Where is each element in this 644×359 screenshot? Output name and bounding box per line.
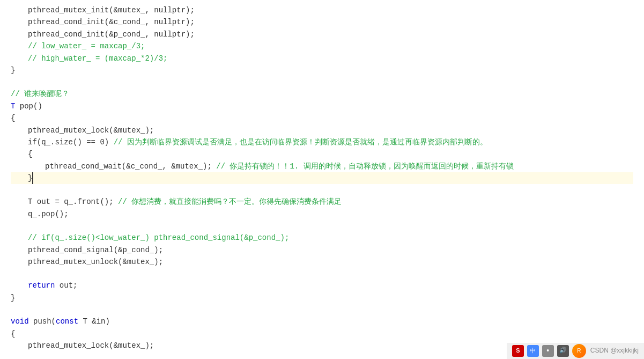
- code-line: if(q_.size() == 0) // 因为判断临界资源调试是否满足，也是在…: [11, 136, 633, 148]
- bottom-bar: S 中 • 🔊 R CSDN @xxjkkijkj: [507, 343, 644, 359]
- code-line: pthread_cond_signal(&p_cond_);: [11, 244, 633, 256]
- code-line: // 谁来唤醒呢？: [11, 88, 633, 100]
- code-line: q_.pop();: [11, 208, 633, 220]
- chinese-icon: 中: [527, 345, 539, 357]
- code-line: }: [11, 64, 633, 76]
- code-line: pthread_mutex_lock(&mutex_);: [11, 124, 633, 136]
- code-line: T out = q_.front(); // 你想消费，就直接能消费吗？不一定。…: [11, 196, 633, 208]
- code-line: return out;: [11, 280, 633, 291]
- dot-icon: •: [542, 345, 554, 357]
- empty-line: [11, 76, 633, 88]
- code-line: pthread_cond_wait(&c_cond_, &mutex_); //…: [11, 160, 633, 172]
- code-editor: pthread_mutex_init(&mutex_, nullptr); pt…: [0, 0, 644, 359]
- code-line: pthread_mutex_init(&mutex_, nullptr);: [11, 4, 633, 16]
- code-line: // low_water_ = maxcap_/3;: [11, 40, 633, 52]
- code-line: T pop(): [11, 100, 633, 112]
- user-avatar: R: [572, 344, 586, 358]
- code-line: {: [11, 112, 633, 124]
- csdn-username: CSDN @xxjkkijkj: [590, 346, 639, 356]
- empty-line: [11, 220, 633, 232]
- code-line: {: [11, 328, 633, 340]
- code-line: pthread_cond_init(&p_cond_, nullptr);: [11, 28, 633, 40]
- code-line: {: [11, 148, 633, 160]
- sound-icon: 🔊: [557, 345, 569, 357]
- csdn-toolbar: S 中 • 🔊 R: [512, 344, 586, 358]
- code-line: pthread_mutex_unlock(&mutex_);: [11, 256, 633, 268]
- code-line: pthread_cond_init(&c_cond_, nullptr);: [11, 16, 633, 28]
- code-line: }: [11, 172, 633, 184]
- code-block: pthread_mutex_init(&mutex_, nullptr); pt…: [0, 4, 644, 351]
- empty-line: [11, 184, 633, 196]
- code-line: void push(const T &in): [11, 316, 633, 327]
- code-line: // if(q_.size()<low_water_) pthread_cond…: [11, 232, 633, 244]
- code-line: // high_water_ = (maxcap_*2)/3;: [11, 53, 633, 64]
- csdn-s-icon: S: [512, 345, 524, 357]
- empty-line: [11, 268, 633, 280]
- code-line: }: [11, 292, 633, 304]
- empty-line: [11, 304, 633, 316]
